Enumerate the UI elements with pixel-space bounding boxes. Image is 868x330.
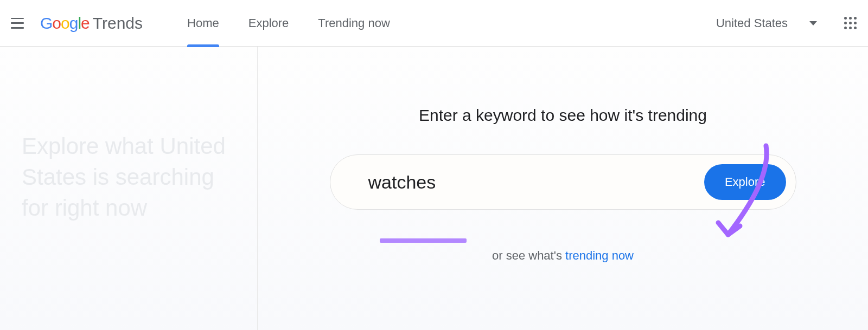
nav-trending-now[interactable]: Trending now	[317, 0, 391, 47]
main-content: Explore what United States is searching …	[0, 47, 868, 330]
google-apps-icon[interactable]	[844, 17, 857, 30]
primary-nav: Home Explore Trending now	[186, 0, 391, 47]
country-dropdown[interactable]: United States	[716, 16, 817, 30]
hamburger-menu-icon[interactable]	[11, 17, 24, 30]
search-panel: Enter a keyword to see how it's trending…	[258, 47, 868, 330]
or-line-prefix: or see what's	[492, 249, 565, 262]
google-wordmark: Google	[40, 14, 90, 33]
country-dropdown-label: United States	[716, 16, 788, 30]
trends-wordmark: Trends	[93, 14, 143, 33]
hero-panel: Explore what United States is searching …	[0, 47, 258, 330]
google-trends-logo[interactable]: Google Trends	[40, 14, 143, 33]
hero-text: Explore what United States is searching …	[22, 131, 235, 223]
nav-home[interactable]: Home	[186, 0, 220, 47]
or-see-trending-line: or see what's trending now	[492, 249, 634, 263]
chevron-down-icon	[809, 21, 817, 25]
explore-button[interactable]: Explore	[704, 164, 786, 200]
search-container: Explore	[330, 154, 796, 210]
keyword-search-input[interactable]	[368, 172, 704, 193]
annotation-underline	[380, 238, 467, 243]
header: Google Trends Home Explore Trending now …	[0, 0, 868, 47]
trending-now-link[interactable]: trending now	[565, 249, 634, 262]
search-prompt: Enter a keyword to see how it's trending	[419, 106, 707, 125]
nav-explore[interactable]: Explore	[247, 0, 290, 47]
